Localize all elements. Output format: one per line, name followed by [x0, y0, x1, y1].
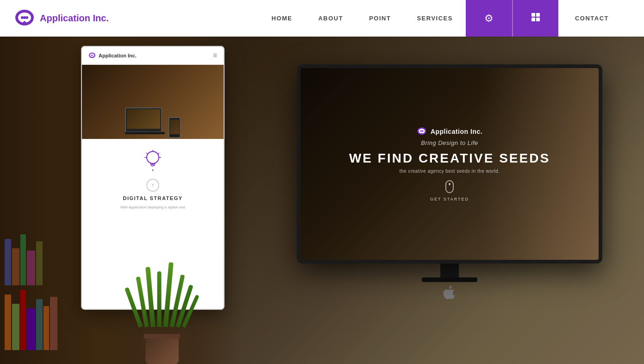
monitor-neck — [440, 264, 459, 277]
mockup-topbar: Application Inc. ≡ — [82, 47, 224, 65]
plant-leaves — [139, 262, 186, 327]
screen-tagline: Bring Design to Life — [421, 139, 478, 146]
screen-logo-icon — [417, 126, 427, 137]
logo[interactable]: Application Inc. — [14, 8, 109, 29]
logo-icon — [14, 8, 35, 29]
mini-laptop — [125, 107, 165, 134]
svg-point-27 — [422, 131, 424, 132]
svg-rect-9 — [536, 18, 540, 21]
nav-about[interactable]: ABOUT — [305, 0, 356, 37]
screen-logo-row: Application Inc. — [417, 126, 482, 137]
screen-subtext: the creative agency best seeds in the wo… — [400, 169, 500, 174]
svg-rect-7 — [536, 13, 540, 17]
navbar: Application Inc. HOME ABOUT POINT SERVIC… — [0, 0, 644, 37]
mockup-app-name: Application Inc. — [99, 53, 137, 58]
nav-contact[interactable]: CONTACT — [558, 0, 625, 37]
grid-icon — [531, 12, 541, 25]
svg-point-16 — [147, 151, 159, 163]
mockup-section-title: DIGITAL STRATEGY — [123, 195, 182, 201]
monitor-frame: Application Inc. Bring Design to Life WE… — [297, 64, 602, 264]
screen-app-name: Application Inc. — [431, 128, 482, 135]
nav-grid-box[interactable] — [512, 0, 558, 37]
brand-name: Application Inc. — [40, 13, 109, 24]
svg-point-14 — [93, 55, 94, 56]
plant-decoration — [102, 234, 222, 364]
gear-icon: ⚙ — [484, 13, 494, 25]
monitor-screen: Application Inc. Bring Design to Life WE… — [300, 68, 599, 260]
mockup-description: With Application deploying a stylish and — [120, 205, 185, 210]
svg-rect-8 — [531, 18, 535, 21]
mockup-scroll-btn[interactable]: ↑ — [146, 179, 159, 192]
apple-logo — [297, 285, 602, 302]
nav-links: HOME ABOUT POINT SERVICES ⚙ CONTACT — [258, 0, 625, 37]
mockup-logo: Application Inc. — [88, 52, 137, 59]
bookshelf-left-detail — [0, 216, 93, 364]
nav-gear-box[interactable]: ⚙ — [466, 0, 512, 37]
hero-section: Application Inc. ≡ — [0, 37, 644, 364]
bulb-icon — [144, 149, 162, 175]
scroll-dot — [449, 183, 450, 185]
monitor-stand — [422, 277, 477, 282]
screen-cta: GET STARTED — [430, 197, 469, 201]
svg-rect-6 — [531, 13, 535, 17]
monitor-mockup: Application Inc. Bring Design to Life WE… — [297, 64, 602, 364]
nav-services[interactable]: SERVICES — [404, 0, 466, 37]
nav-home[interactable]: HOME — [258, 0, 305, 37]
mockup-logo-icon — [88, 52, 96, 59]
plant-pot — [144, 334, 181, 364]
mockup-image-area — [82, 65, 224, 139]
svg-line-19 — [146, 153, 148, 154]
svg-line-20 — [158, 153, 159, 154]
svg-point-4 — [25, 16, 28, 19]
mini-phone — [169, 117, 181, 138]
screen-content: Application Inc. Bring Design to Life WE… — [300, 68, 599, 260]
nav-point[interactable]: POINT — [356, 0, 404, 37]
scroll-indicator — [445, 180, 454, 193]
screen-headline: WE FIND CREATIVE SEEDS — [349, 151, 550, 166]
hamburger-icon[interactable]: ≡ — [213, 51, 217, 60]
